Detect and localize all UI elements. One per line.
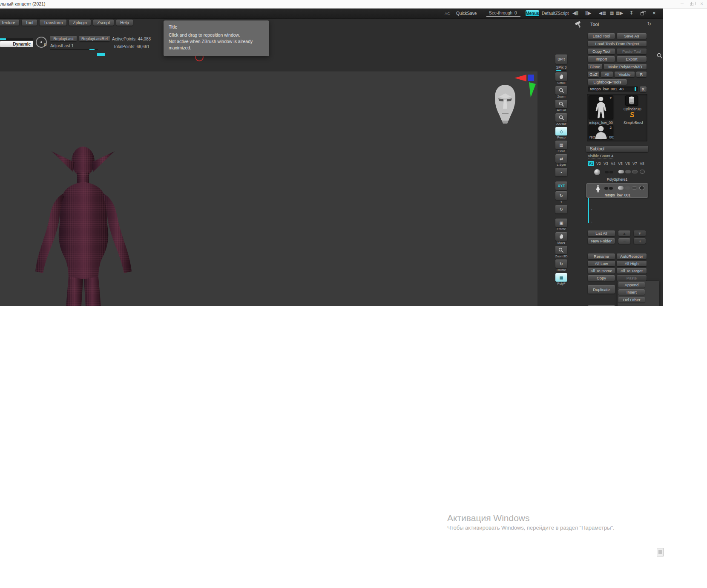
copy-subtool-button[interactable]: Copy — [588, 275, 615, 281]
subtool-row-polysphere[interactable]: PolySphere1 — [586, 168, 648, 181]
persp-button[interactable]: ◇ Persp — [555, 127, 567, 139]
dynamic-button[interactable]: Dynamic — [0, 41, 33, 47]
move-to-folder-button[interactable]: → — [618, 238, 630, 244]
eye-toggle-icon[interactable] — [639, 186, 644, 190]
menu-texture[interactable]: Texture — [0, 20, 19, 26]
simplebrush-thumbnail[interactable]: S — [627, 110, 637, 120]
active-tool-slider[interactable]: retopo_low_001. 48 — [588, 86, 638, 92]
paint-toggle-icon[interactable] — [605, 171, 609, 173]
subtool-tab-v5[interactable]: V5 — [617, 161, 624, 166]
subtool-section-header[interactable]: Subtool — [586, 146, 648, 152]
default-zscript-label[interactable]: DefaultZScript — [542, 11, 569, 16]
all-to-target-button[interactable]: All To Target — [617, 268, 647, 274]
zoom3d-button[interactable]: Zoom3D — [555, 246, 568, 258]
subtool-tab-v7[interactable]: V7 — [632, 161, 638, 166]
all-high-button[interactable]: All High — [617, 261, 647, 266]
load-tools-from-project-button[interactable]: Load Tools From Project — [588, 41, 647, 46]
zbrush-restore-icon[interactable] — [641, 12, 644, 15]
dock-grid-icon[interactable]: ▦ — [610, 11, 614, 15]
visible-count-label[interactable]: Visible Count 4 — [588, 154, 613, 159]
brush-toggle-icon[interactable] — [625, 170, 631, 173]
make-polymesh3d-button[interactable]: Make PolyMesh3D — [604, 64, 647, 69]
goz-button[interactable]: GoZ — [588, 72, 599, 77]
del-other-button[interactable]: Del Other — [618, 297, 645, 303]
dock-left-icon[interactable]: ◀▦ — [599, 11, 606, 15]
viewport-canvas[interactable] — [0, 72, 537, 306]
see-through-slider[interactable] — [486, 16, 520, 17]
adjust-last-label[interactable]: AdjustLast 1 — [50, 43, 74, 48]
spix-control[interactable]: SPix 3 — [556, 65, 567, 71]
draw-size-slider[interactable] — [0, 38, 33, 40]
see-through-label[interactable]: See-through — [489, 11, 512, 15]
goz-visible-button[interactable]: Visible — [615, 72, 635, 77]
subtool-tab-v3[interactable]: V3 — [603, 161, 609, 166]
visibility-toggle-icon[interactable] — [618, 186, 624, 190]
menu-zscript[interactable]: Zscript — [93, 20, 114, 26]
rename-button[interactable]: Rename — [588, 254, 615, 259]
timeline-marker[interactable] — [97, 53, 105, 56]
menu-zplugin[interactable]: Zplugin — [69, 20, 91, 26]
z-rotate-button[interactable]: ↻ — [555, 205, 567, 217]
y-rotate-button[interactable]: ↻ Y — [555, 191, 567, 204]
menus-toggle-button[interactable]: Menus — [526, 10, 539, 16]
visibility-toggle-icon[interactable] — [618, 170, 624, 173]
subtool-tab-v4[interactable]: V4 — [610, 161, 616, 166]
clone-button[interactable]: Clone — [588, 64, 602, 69]
cylinder3d-thumbnail[interactable] — [625, 95, 638, 106]
move-up-button[interactable]: ▲ — [618, 231, 630, 236]
dock-window-icon[interactable]: ↧ — [629, 10, 633, 16]
move-into-button[interactable]: ↴ — [634, 238, 646, 244]
sculpt-model[interactable] — [23, 144, 143, 306]
subtool-tab-v2[interactable]: V2 — [595, 161, 602, 166]
brush-toggle-icon[interactable] — [625, 186, 630, 190]
host-restore-icon[interactable] — [690, 3, 693, 6]
replay-last-rel-button[interactable]: ReplayLastRel — [79, 36, 110, 41]
paint-toggle-icon[interactable] — [609, 171, 613, 173]
active-tool-thumbnail[interactable]: 2 — [589, 95, 613, 119]
save-as-button[interactable]: Save As — [617, 33, 647, 39]
xyz-button[interactable]: XYZ — [555, 182, 567, 190]
lightbox-tools-button[interactable]: Lightbox▶Tools — [588, 79, 627, 85]
goz-r-button[interactable]: R — [636, 72, 647, 77]
subtool-tab-v1[interactable]: V1 — [588, 161, 594, 166]
actual-button[interactable]: Actual — [555, 100, 567, 112]
scrollbar-thumb[interactable] — [658, 550, 662, 554]
move-button[interactable]: Move — [555, 232, 567, 245]
insert-button[interactable]: Insert — [618, 289, 645, 295]
subtool-tab-v6[interactable]: V6 — [624, 161, 631, 166]
goz-all-button[interactable]: All — [601, 72, 613, 77]
menu-help[interactable]: Help — [116, 20, 133, 26]
bpr-button[interactable]: BPR — [555, 55, 567, 64]
scrub-forward-icon[interactable]: ||||▶ — [585, 11, 591, 15]
transp-button[interactable]: • — [555, 168, 567, 180]
spix-slider[interactable] — [556, 70, 566, 71]
zoom-button[interactable]: Zoom — [555, 86, 567, 98]
copy-tool-button[interactable]: Copy Tool — [588, 49, 615, 54]
tool-reset-icon[interactable]: ↻ — [647, 21, 651, 27]
adjust-last-slider[interactable] — [50, 49, 98, 50]
export-button[interactable]: Export — [617, 56, 647, 62]
paint-toggle-icon[interactable] — [609, 187, 613, 190]
all-to-home-button[interactable]: All To Home — [588, 268, 615, 274]
tool-r-button[interactable]: R — [640, 86, 647, 92]
dock-right-icon[interactable]: ▦▶ — [616, 11, 623, 15]
scroll-button[interactable]: Scroll — [555, 72, 567, 85]
zbrush-close-icon[interactable]: × — [652, 10, 656, 16]
rotate-button[interactable]: ↻ Rotate — [555, 259, 567, 272]
mask-toggle-icon[interactable] — [632, 170, 638, 173]
mask-toggle-icon[interactable] — [632, 186, 637, 190]
paint-toggle-icon[interactable] — [604, 187, 608, 190]
menu-tool[interactable]: Tool — [22, 20, 37, 26]
aahalf-button[interactable]: AAHalf — [555, 113, 567, 126]
append-button[interactable]: Append — [618, 282, 645, 288]
new-folder-button[interactable]: New Folder — [588, 238, 615, 244]
scrollbar-fragment[interactable] — [657, 548, 664, 556]
subtool-tab-v8[interactable]: V8 — [639, 161, 645, 166]
quicksave-button[interactable]: QuickSave — [456, 11, 477, 16]
axis-gizmo[interactable] — [514, 74, 537, 98]
floor-button[interactable]: ▦ Floor — [555, 141, 567, 153]
duplicate-button[interactable]: Duplicate — [588, 285, 615, 294]
all-low-button[interactable]: All Low — [588, 261, 615, 266]
load-tool-button[interactable]: Load Tool — [588, 33, 615, 39]
autoreorder-button[interactable]: AutoReorder — [617, 254, 647, 259]
